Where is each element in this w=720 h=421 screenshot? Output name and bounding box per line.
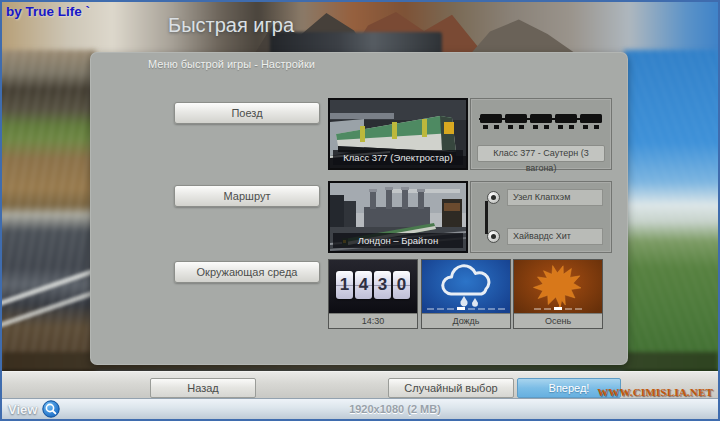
view-label: View	[8, 402, 37, 417]
route-endpoints-tile: Узел Клапхэм Хайвардс Хит	[470, 181, 612, 253]
consist-silhouette-icon	[479, 112, 603, 132]
train-photo-tile[interactable]: Класс 377 (Электростар)	[328, 98, 468, 170]
time-tile[interactable]: 1 4 3 0 14:30	[328, 259, 418, 329]
route-to-label: Хайвардс Хит	[507, 228, 603, 245]
random-choice-button[interactable]: Случайный выбор	[388, 378, 514, 398]
back-button[interactable]: Назад	[150, 378, 256, 398]
season-tile-image	[514, 260, 602, 314]
game-window: by True Life ` Быстрая игра Меню быстрой…	[0, 0, 720, 421]
weather-position-indicator	[422, 307, 510, 310]
panel-title: Меню быстрой игры - Настройки	[148, 58, 315, 70]
season-position-indicator	[514, 307, 602, 310]
train-photo-caption: Класс 377 (Электростар)	[333, 150, 463, 165]
flip-digit: 1	[336, 271, 353, 299]
background-trackside	[2, 50, 96, 380]
consist-tile[interactable]: Класс 377 - Саутерн (3 вагона)	[470, 98, 612, 170]
season-caption: Осень	[514, 313, 602, 328]
route-section-button[interactable]: Маршрут	[174, 185, 320, 207]
weather-tile[interactable]: Дождь	[421, 259, 511, 329]
view-button[interactable]: View	[8, 399, 60, 419]
consist-label: Класс 377 - Саутерн (3 вагона)	[477, 145, 605, 162]
environment-section-button[interactable]: Окружающая среда	[174, 261, 320, 283]
credit-text: by True Life `	[6, 4, 90, 19]
page-title: Быстрая игра	[168, 14, 294, 37]
route-from-label: Узел Клапхэм	[507, 189, 603, 206]
weather-tile-image	[422, 260, 510, 314]
flip-digit: 0	[393, 271, 410, 299]
flip-digit: 3	[374, 271, 391, 299]
time-tile-image: 1 4 3 0	[329, 260, 417, 314]
time-caption: 14:30	[329, 313, 417, 328]
magnifier-icon	[42, 400, 60, 418]
radio-button[interactable]	[487, 230, 500, 243]
radio-dot	[491, 195, 496, 200]
settings-panel: Меню быстрой игры - Настройки Поезд	[90, 52, 628, 365]
flip-clock: 1 4 3 0	[329, 271, 417, 299]
site-watermark: WWW.CIMISLIA.NET	[597, 386, 713, 398]
route-photo-caption: Лондон – Брайтон	[333, 233, 463, 248]
route-endpoint-from[interactable]: Узел Клапхэм	[479, 189, 603, 206]
train-section-button[interactable]: Поезд	[174, 102, 320, 124]
flip-digit: 4	[355, 271, 372, 299]
radio-dot	[491, 234, 496, 239]
route-photo-tile[interactable]: Лондон – Брайтон	[328, 181, 468, 253]
resolution-text: 1920x1080 (2 MB)	[72, 399, 718, 419]
status-bar: View 1920x1080 (2 MB)	[2, 398, 718, 419]
season-tile[interactable]: Осень	[513, 259, 603, 329]
rain-cloud-icon	[422, 264, 510, 312]
radio-button[interactable]	[487, 191, 500, 204]
route-endpoint-to[interactable]: Хайвардс Хит	[479, 228, 603, 245]
weather-caption: Дождь	[422, 313, 510, 328]
background-fields	[624, 50, 718, 380]
